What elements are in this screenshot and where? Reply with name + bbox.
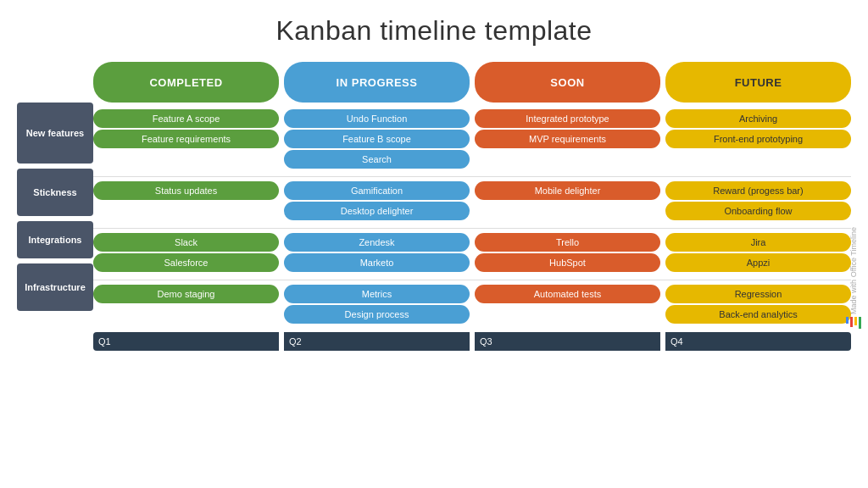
timeline-bar: Q1 Q2 Q3 Q4 [93,332,851,351]
section-new-features: Feature A scope Undo Function Integrated… [93,109,851,169]
cell-inf-1-future: Regression [665,285,851,303]
table-row: Desktop delighter Onboarding flow [93,202,851,220]
section-integrations: Slack Zendesk Trello Jira Salesforce Mar… [93,233,851,272]
cell-int-2-in-progress: Marketo [284,253,470,272]
cell-nf-1-in-progress: Undo Function [284,109,470,128]
cell-nf-2-in-progress: Feature B scope [284,130,470,148]
cell-nf-1-future: Archiving [665,109,851,128]
cell-int-2-completed: Salesforce [93,253,279,272]
row-label-new-features: New features [17,103,93,164]
watermark: Made with Office Timeline [846,102,861,454]
cell-nf-2-future: Front-end prototyping [665,130,851,148]
page-title: Kanban timeline template [275,15,592,47]
logo-bar-red [850,317,853,327]
kanban-container: New features Stickness Integrations Infr… [17,62,851,480]
table-row: Slack Zendesk Trello Jira [93,233,851,252]
col-headers: COMPLETED IN PROGRESS SOON FUTURE [93,62,851,103]
table-row: Feature requirements Feature B scope MVP… [93,130,851,148]
cell-st-2-in-progress: Desktop delighter [284,202,470,220]
table-row: Demo staging Metrics Automated tests Reg… [93,285,851,303]
cell-st-2-completed [93,202,279,220]
cell-st-2-soon [475,202,660,220]
row-labels: New features Stickness Integrations Infr… [17,62,93,480]
cell-nf-3-soon [475,150,660,169]
logo-bar-green [859,317,861,329]
cell-inf-2-completed [93,305,279,324]
cell-st-1-future: Reward (progess bar) [665,181,851,200]
logo-bar-blue [846,317,849,324]
table-row: Design process Back-end analytics [93,305,851,324]
table-row: Search [93,150,851,169]
logo-bar-yellow [854,317,857,325]
cell-nf-1-soon: Integrated prototype [475,109,660,128]
cell-inf-1-in-progress: Metrics [284,285,470,303]
watermark-text: Made with Office Timeline [849,227,858,314]
page: Kanban timeline template New features St… [0,0,868,488]
section-infrastructure: Demo staging Metrics Automated tests Reg… [93,285,851,324]
cell-nf-3-completed [93,150,279,169]
row-label-infrastructure: Infrastructure [17,263,93,311]
col-header-future: FUTURE [665,62,851,103]
cell-st-1-soon: Mobile delighter [475,181,660,200]
table-row: Feature A scope Undo Function Integrated… [93,109,851,128]
table-row: Status updates Gamification Mobile delig… [93,181,851,200]
cell-nf-3-in-progress: Search [284,150,470,169]
cell-int-2-soon: HubSpot [475,253,660,272]
timeline-q1: Q1 [93,332,279,351]
cell-inf-1-completed: Demo staging [93,285,279,303]
cell-st-1-completed: Status updates [93,181,279,200]
table-row: Salesforce Marketo HubSpot Appzi [93,253,851,272]
divider-2 [93,228,851,229]
main-grid: COMPLETED IN PROGRESS SOON FUTURE Featur… [93,62,851,480]
grid-body: Feature A scope Undo Function Integrated… [93,109,851,480]
col-header-soon: SOON [475,62,660,103]
cell-inf-2-soon [475,305,660,324]
cell-st-2-future: Onboarding flow [665,202,851,220]
watermark-logo [846,317,861,329]
section-stickness: Status updates Gamification Mobile delig… [93,181,851,220]
cell-inf-1-soon: Automated tests [475,285,660,303]
timeline-q4: Q4 [665,332,851,351]
cell-int-2-future: Appzi [665,253,851,272]
cell-int-1-soon: Trello [475,233,660,252]
col-header-in-progress: IN PROGRESS [284,62,470,103]
cell-inf-2-future: Back-end analytics [665,305,851,324]
cell-nf-2-completed: Feature requirements [93,130,279,148]
cell-nf-3-future [665,150,851,169]
cell-st-1-in-progress: Gamification [284,181,470,200]
cell-nf-2-soon: MVP requirements [475,130,660,148]
divider-1 [93,176,851,177]
row-label-stickness: Stickness [17,169,93,216]
cell-int-1-in-progress: Zendesk [284,233,470,252]
divider-3 [93,280,851,280]
col-header-completed: COMPLETED [93,62,279,103]
cell-nf-1-completed: Feature A scope [93,109,279,128]
timeline-q2: Q2 [284,332,470,351]
cell-inf-2-in-progress: Design process [284,305,470,324]
cell-int-1-future: Jira [665,233,851,252]
cell-int-1-completed: Slack [93,233,279,252]
timeline-q3: Q3 [475,332,660,351]
row-label-integrations: Integrations [17,221,93,258]
